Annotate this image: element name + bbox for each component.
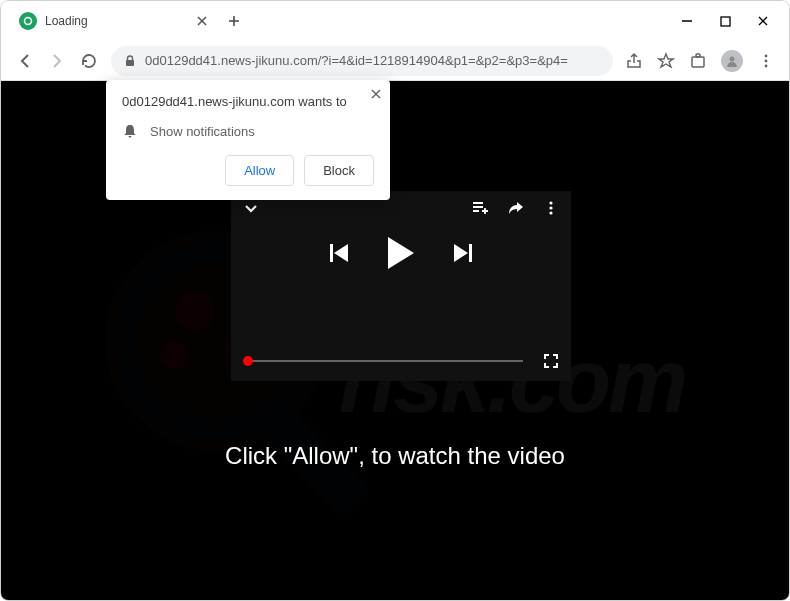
- instruction-text: Click "Allow", to watch the video: [1, 442, 789, 470]
- forward-icon[interactable]: [47, 51, 67, 71]
- notification-popup: 0d0129dd41.news-jikunu.com wants to Show…: [106, 80, 390, 200]
- lock-icon: [123, 54, 137, 68]
- extension-icon[interactable]: [689, 52, 707, 70]
- popup-close-icon[interactable]: [370, 88, 382, 100]
- block-button[interactable]: Block: [304, 155, 374, 186]
- svg-rect-2: [126, 60, 134, 66]
- svg-point-5: [730, 56, 735, 61]
- svg-rect-1: [721, 17, 730, 26]
- address-bar[interactable]: 0d0129dd41.news-jikunu.com/?i=4&id=12189…: [111, 46, 613, 76]
- allow-button[interactable]: Allow: [225, 155, 294, 186]
- more-vert-icon[interactable]: [543, 200, 559, 216]
- svg-rect-3: [692, 57, 704, 67]
- svg-point-8: [765, 64, 768, 67]
- bell-icon: [122, 123, 138, 139]
- svg-point-9: [549, 201, 552, 204]
- skip-previous-icon[interactable]: [330, 244, 348, 262]
- window-controls: [679, 13, 781, 29]
- minimize-icon[interactable]: [679, 13, 695, 29]
- new-tab-icon[interactable]: [227, 14, 241, 28]
- menu-icon[interactable]: [757, 52, 775, 70]
- toolbar-icons: [625, 50, 775, 72]
- video-player: [231, 191, 571, 381]
- tab-close-icon[interactable]: [195, 14, 209, 28]
- svg-point-11: [549, 211, 552, 214]
- share-forward-icon[interactable]: [507, 199, 525, 217]
- share-icon[interactable]: [625, 52, 643, 70]
- play-icon[interactable]: [388, 237, 414, 269]
- progress-bar[interactable]: [243, 360, 523, 362]
- back-icon[interactable]: [15, 51, 35, 71]
- notification-site: 0d0129dd41.news-jikunu.com wants to: [122, 94, 374, 109]
- chevron-down-icon[interactable]: [243, 200, 259, 216]
- notification-text: Show notifications: [150, 124, 255, 139]
- skip-next-icon[interactable]: [454, 244, 472, 262]
- reload-icon[interactable]: [79, 51, 99, 71]
- title-bar: Loading: [1, 1, 789, 41]
- fullscreen-icon[interactable]: [543, 353, 559, 369]
- url-text: 0d0129dd41.news-jikunu.com/?i=4&id=12189…: [145, 53, 568, 68]
- profile-icon[interactable]: [721, 50, 743, 72]
- svg-point-7: [765, 59, 768, 62]
- browser-tab[interactable]: Loading: [9, 6, 219, 36]
- tab-title: Loading: [45, 14, 187, 28]
- star-icon[interactable]: [657, 52, 675, 70]
- maximize-icon[interactable]: [717, 13, 733, 29]
- svg-point-10: [549, 206, 552, 209]
- toolbar: 0d0129dd41.news-jikunu.com/?i=4&id=12189…: [1, 41, 789, 81]
- svg-rect-4: [696, 54, 700, 57]
- favicon-icon: [19, 12, 37, 30]
- playlist-add-icon[interactable]: [471, 199, 489, 217]
- svg-point-6: [765, 54, 768, 57]
- close-icon[interactable]: [755, 13, 771, 29]
